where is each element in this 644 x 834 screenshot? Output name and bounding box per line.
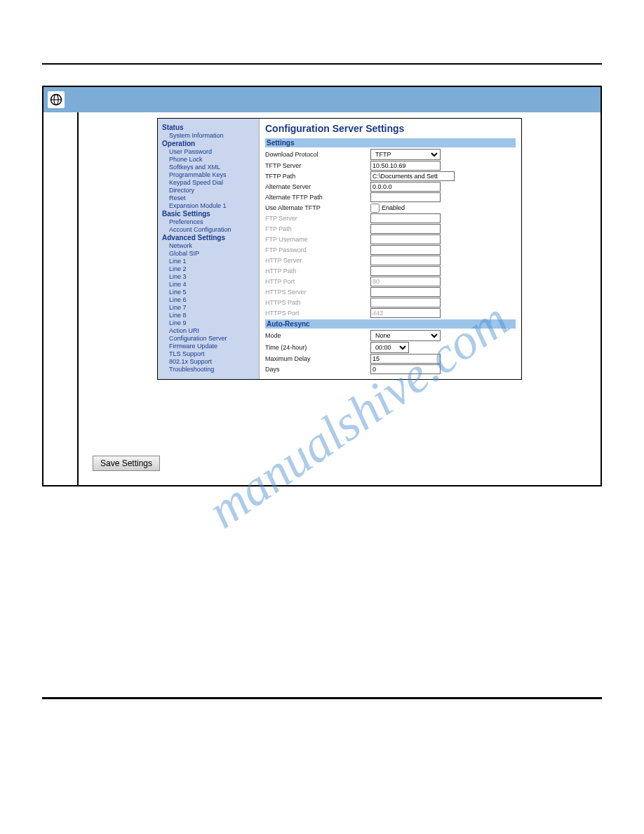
max-delay-label: Maximum Delay <box>265 355 370 362</box>
sidebar-header-operation: Operation <box>162 140 256 147</box>
sidebar-item-directory[interactable]: Directory <box>162 187 256 194</box>
config-server-screenshot: Status System Information Operation User… <box>157 118 522 380</box>
sidebar-item-network[interactable]: Network <box>162 242 256 249</box>
ftp-username-label: FTP Username <box>265 236 370 243</box>
top-rule <box>42 63 602 65</box>
enabled-label: Enabled <box>382 204 405 211</box>
sidebar-item-action-uri[interactable]: Action URI <box>162 327 256 334</box>
ftp-password-input[interactable] <box>370 245 441 255</box>
sidebar-item-expansion-module[interactable]: Expansion Module 1 <box>162 202 256 209</box>
time-label: Time (24-hour) <box>265 344 370 351</box>
settings-section-header: Settings <box>265 138 516 147</box>
step-4-row: Save Settings <box>43 450 601 486</box>
sidebar-item-global-sip[interactable]: Global SIP <box>162 250 256 257</box>
tftp-path-input[interactable] <box>370 171 455 181</box>
alternate-server-input[interactable] <box>370 182 441 192</box>
content-pane: Configuration Server Settings Settings D… <box>260 119 521 379</box>
step-3-row <box>43 394 601 450</box>
sidebar-item-line-5[interactable]: Line 5 <box>162 289 256 296</box>
bottom-rule <box>42 697 602 699</box>
download-protocol-select[interactable]: TFTP <box>370 149 441 160</box>
sidebar-item-reset[interactable]: Reset <box>162 194 256 201</box>
sidebar-item-user-password[interactable]: User Password <box>162 148 256 155</box>
sidebar-item-programmable-keys[interactable]: Programmable Keys <box>162 171 256 178</box>
sidebar-item-keypad-speed-dial[interactable]: Keypad Speed Dial <box>162 179 256 186</box>
https-path-label: HTTPS Path <box>265 299 370 306</box>
ftp-server-input[interactable] <box>370 213 441 223</box>
sidebar-item-line-1[interactable]: Line 1 <box>162 258 256 265</box>
sidebar-item-line-8[interactable]: Line 8 <box>162 312 256 319</box>
alternate-server-label: Alternate Server <box>265 183 370 190</box>
web-ui-header-row <box>43 86 601 112</box>
http-port-label: HTTP Port <box>265 278 370 285</box>
save-settings-button[interactable]: Save Settings <box>93 456 160 471</box>
ftp-username-input[interactable] <box>370 234 441 244</box>
globe-icon <box>48 91 65 108</box>
sidebar-item-line-3[interactable]: Line 3 <box>162 273 256 280</box>
sidebar-item-firmware-update[interactable]: Firmware Update <box>162 343 256 350</box>
sidebar-item-8021x[interactable]: 802.1x Support <box>162 358 256 365</box>
step-2-number-cell <box>43 112 78 394</box>
sidebar-item-line-7[interactable]: Line 7 <box>162 304 256 311</box>
http-path-input[interactable] <box>370 266 441 276</box>
http-server-label: HTTP Server <box>265 257 370 264</box>
step-3-body <box>78 394 601 450</box>
sidebar: Status System Information Operation User… <box>158 119 260 379</box>
sidebar-header-basic: Basic Settings <box>162 210 256 218</box>
page-title: Configuration Server Settings <box>265 123 516 134</box>
sidebar-item-softkeys-xml[interactable]: Softkeys and XML <box>162 164 256 171</box>
https-server-input[interactable] <box>370 287 441 297</box>
http-server-input[interactable] <box>370 256 441 265</box>
sidebar-header-status: Status <box>162 124 256 131</box>
alternate-tftp-path-label: Alternate TFTP Path <box>265 194 370 201</box>
sidebar-item-config-server[interactable]: Configuration Server <box>162 335 256 342</box>
sidebar-item-preferences[interactable]: Preferences <box>162 218 256 225</box>
sidebar-item-phone-lock[interactable]: Phone Lock <box>162 156 256 163</box>
tftp-server-input[interactable] <box>370 161 441 171</box>
https-port-label: HTTPS Port <box>265 310 370 317</box>
ftp-path-label: FTP Path <box>265 225 370 232</box>
use-alternate-tftp-label: Use Alternate TFTP <box>265 204 370 211</box>
sidebar-item-account-config[interactable]: Account Configuration <box>162 226 256 233</box>
use-alternate-tftp-checkbox[interactable] <box>370 204 380 213</box>
tftp-server-label: TFTP Server <box>265 162 370 169</box>
download-protocol-label: Download Protocol <box>265 151 370 158</box>
sidebar-item-system-information[interactable]: System Information <box>162 132 256 139</box>
step-3-number-cell <box>43 394 78 450</box>
step-4-number-cell <box>43 450 78 486</box>
days-label: Days <box>265 366 370 373</box>
ftp-password-label: FTP Password <box>265 246 370 253</box>
http-port-input[interactable] <box>370 277 441 286</box>
sidebar-item-tls-support[interactable]: TLS Support <box>162 350 256 357</box>
sidebar-item-troubleshooting[interactable]: Troubleshooting <box>162 366 256 373</box>
sidebar-header-advanced: Advanced Settings <box>162 234 256 241</box>
http-path-label: HTTP Path <box>265 267 370 274</box>
mode-label: Mode <box>265 332 370 339</box>
days-input[interactable] <box>370 364 441 374</box>
ftp-server-label: FTP Server <box>265 215 370 222</box>
step-2-row: Status System Information Operation User… <box>43 112 601 394</box>
sidebar-item-line-9[interactable]: Line 9 <box>162 319 256 326</box>
max-delay-input[interactable] <box>370 354 441 364</box>
steps-table: Status System Information Operation User… <box>42 86 602 486</box>
sidebar-item-line-4[interactable]: Line 4 <box>162 281 256 288</box>
ftp-path-input[interactable] <box>370 224 441 234</box>
tftp-path-label: TFTP Path <box>265 173 370 180</box>
https-server-label: HTTPS Server <box>265 289 370 296</box>
alternate-tftp-path-input[interactable] <box>370 192 441 202</box>
sidebar-item-line-6[interactable]: Line 6 <box>162 296 256 303</box>
mode-select[interactable]: None <box>370 330 441 341</box>
https-port-input[interactable] <box>370 308 441 318</box>
https-path-input[interactable] <box>370 298 441 307</box>
time-select[interactable]: 00:00 <box>370 342 409 353</box>
autoresync-section-header: Auto-Resync <box>265 319 516 329</box>
sidebar-item-line-2[interactable]: Line 2 <box>162 265 256 272</box>
